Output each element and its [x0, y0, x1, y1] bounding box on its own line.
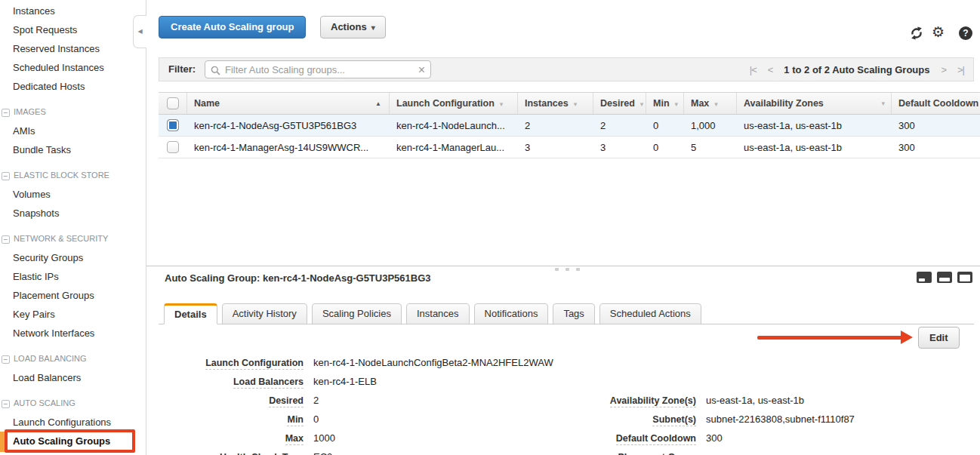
pane-layout-half-icon[interactable] [937, 272, 952, 283]
sidebar-item-dedicated-hosts[interactable]: Dedicated Hosts [0, 77, 146, 96]
refresh-button[interactable] [910, 26, 923, 40]
cell-default-cooldown: 300 [892, 115, 980, 136]
row-checkbox[interactable] [167, 141, 179, 153]
field-value: EC2 [313, 451, 332, 455]
tab-details[interactable]: Details [164, 303, 217, 324]
search-icon [211, 65, 220, 78]
section-label: LOAD BALANCING [14, 354, 87, 363]
collapse-left-icon: ◀ [137, 28, 142, 35]
column-header-max[interactable]: Max▾ [684, 93, 737, 114]
cell-availability-zones: us-east-1a, us-east-1b [737, 137, 892, 158]
red-annotation-arrow [757, 336, 902, 340]
column-header-desired[interactable]: Desired▾ [593, 93, 646, 114]
refresh-icon [910, 26, 923, 40]
cell-availability-zones: us-east-1a, us-east-1b [737, 115, 892, 136]
sidebar-collapse-button[interactable]: ◀ [133, 15, 146, 48]
field-label: Desired [269, 395, 304, 407]
sidebar-item-amis[interactable]: AMIs [0, 121, 146, 140]
field-value: 300 [706, 432, 723, 444]
sidebar-item-placement-groups[interactable]: Placement Groups [0, 286, 146, 305]
actions-dropdown-button[interactable]: Actions▾ [320, 16, 386, 38]
prev-page-button[interactable]: < [768, 64, 773, 75]
cell-max: 5 [684, 137, 737, 158]
cell-name: ken-rc4-1-NodeAsg-G5TU3P561BG3 [187, 115, 390, 136]
select-all-checkbox[interactable] [167, 97, 179, 109]
cell-name: ken-rc4-1-ManagerAsg-14US9WWCR... [187, 137, 390, 158]
sidebar-item-auto-scaling-groups[interactable]: Auto Scaling Groups [0, 432, 146, 450]
field-value: ken-rc4-1-ELB [313, 376, 377, 387]
sidebar-section-auto-scaling[interactable]: −AUTO SCALING [0, 394, 146, 413]
detail-tabs: Details Activity History Scaling Policie… [159, 303, 974, 324]
cell-max: 1,000 [684, 115, 737, 136]
pagination-text: 1 to 2 of 2 Auto Scaling Groups [784, 64, 929, 75]
field-health-check-type: Health Check Type EC2 [165, 447, 587, 455]
help-button[interactable]: ? [959, 26, 972, 40]
collapse-section-icon: − [2, 400, 10, 408]
field-subnets: Subnet(s) subnet-22163808,subnet-f1110f8… [529, 410, 974, 429]
column-label: Instances [525, 98, 569, 109]
table-row[interactable]: ken-rc4-1-NodeAsg-G5TU3P561BG3 ken-rc4-1… [159, 115, 980, 137]
sidebar-item-key-pairs[interactable]: Key Pairs [0, 305, 146, 324]
section-label: ELASTIC BLOCK STORE [14, 171, 109, 180]
sidebar-item-scheduled-instances[interactable]: Scheduled Instances [0, 58, 146, 77]
last-page-button[interactable]: >| [957, 64, 964, 75]
tab-tags[interactable]: Tags [553, 303, 594, 324]
collapse-section-icon: − [2, 355, 10, 364]
sidebar-item-load-balancers[interactable]: Load Balancers [0, 368, 146, 387]
filter-label: Filter: [168, 58, 196, 81]
section-label: IMAGES [14, 107, 46, 116]
red-annotation-arrow-head [901, 330, 913, 344]
pane-layout-small-icon[interactable] [917, 272, 932, 283]
column-header-name[interactable]: Name▲ [187, 93, 390, 114]
field-label: Subnet(s) [652, 414, 696, 426]
field-label: Launch Configuration [205, 358, 304, 370]
sidebar-item-instances[interactable]: Instances [0, 2, 146, 20]
sidebar-item-launch-configurations[interactable]: Launch Configurations [0, 413, 146, 432]
sidebar-section-network-security[interactable]: −NETWORK & SECURITY [0, 229, 146, 248]
tab-scaling-policies[interactable]: Scaling Policies [312, 303, 402, 324]
field-value: 2 [313, 395, 319, 406]
row-checkbox[interactable] [167, 119, 179, 131]
column-header-instances[interactable]: Instances▾ [518, 93, 593, 114]
sidebar-item-elastic-ips[interactable]: Elastic IPs [0, 267, 146, 286]
detail-fields-right: Availability Zone(s) us-east-1a, us-east… [529, 391, 974, 455]
sidebar-section-images[interactable]: −IMAGES [0, 103, 146, 121]
first-page-button[interactable]: |< [750, 64, 757, 75]
sidebar-item-volumes[interactable]: Volumes [0, 185, 146, 204]
tab-activity-history[interactable]: Activity History [222, 303, 307, 324]
filter-input[interactable] [225, 61, 410, 78]
column-label: Min [653, 98, 670, 109]
column-header-availability-zones[interactable]: Availability Zones▾ [737, 93, 892, 114]
sidebar-item-network-interfaces[interactable]: Network Interfaces [0, 324, 146, 343]
pane-layout-full-icon[interactable] [957, 272, 972, 283]
field-value: subnet-22163808,subnet-f1110f87 [706, 413, 855, 425]
field-availability-zones: Availability Zone(s) us-east-1a, us-east… [529, 391, 974, 410]
sort-caret-icon: ▾ [881, 93, 885, 114]
edit-button[interactable]: Edit [918, 327, 960, 349]
pagination: |< < 1 to 2 of 2 Auto Scaling Groups > >… [750, 58, 964, 81]
sidebar-item-snapshots[interactable]: Snapshots [0, 204, 146, 223]
settings-button[interactable]: ⚙ [932, 23, 945, 41]
column-header-launch-configuration[interactable]: Launch Configuration▾ [390, 93, 518, 114]
tab-instances[interactable]: Instances [406, 303, 470, 324]
chevron-down-icon: ▾ [371, 23, 375, 32]
clear-filter-icon[interactable]: × [418, 62, 425, 78]
column-header-min[interactable]: Min▾ [646, 93, 684, 114]
sidebar-section-elastic-block-store[interactable]: −ELASTIC BLOCK STORE [0, 166, 146, 185]
next-page-button[interactable]: > [941, 64, 946, 75]
field-value: us-east-1a, us-east-1b [706, 395, 804, 406]
sidebar-item-security-groups[interactable]: Security Groups [0, 248, 146, 267]
panel-resize-handle[interactable] [555, 268, 580, 271]
create-auto-scaling-group-button[interactable]: Create Auto Scaling group [159, 16, 306, 38]
table-row[interactable]: ken-rc4-1-ManagerAsg-14US9WWCR... ken-rc… [159, 137, 980, 158]
tab-scheduled-actions[interactable]: Scheduled Actions [599, 303, 701, 324]
tab-notifications[interactable]: Notifications [474, 303, 549, 324]
sort-caret-icon: ▾ [500, 100, 504, 108]
sidebar-item-spot-requests[interactable]: Spot Requests [0, 20, 146, 39]
sidebar-item-bundle-tasks[interactable]: Bundle Tasks [0, 140, 146, 159]
sidebar-item-reserved-instances[interactable]: Reserved Instances [0, 39, 146, 58]
sidebar-section-load-balancing[interactable]: −LOAD BALANCING [0, 349, 146, 368]
cell-desired: 2 [593, 115, 646, 136]
collapse-section-icon: − [2, 235, 10, 244]
column-header-default-cooldown[interactable]: Default Cooldown [892, 93, 980, 114]
